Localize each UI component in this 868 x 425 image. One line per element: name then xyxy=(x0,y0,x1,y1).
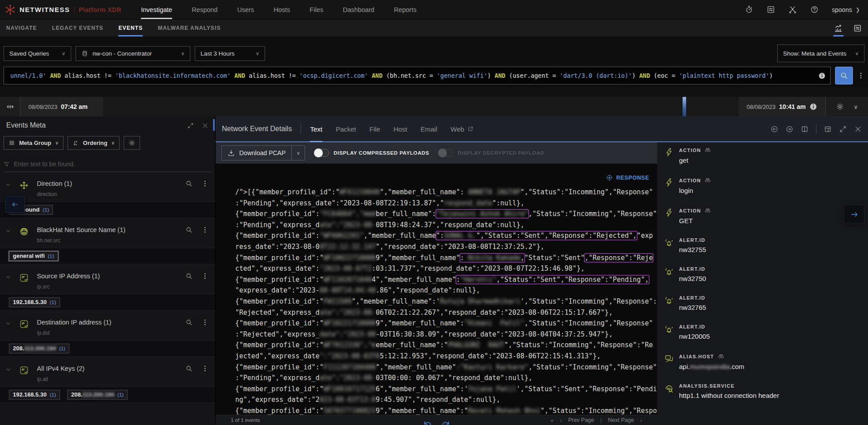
close-panel-icon[interactable] xyxy=(202,122,209,129)
meta-entry-value[interactable]: http1.1 without connection header xyxy=(679,392,779,399)
top-nav-item-hosts[interactable]: Hosts xyxy=(273,0,290,20)
subnav-item-malware-analysis[interactable]: MALWARE ANALYSIS xyxy=(158,20,221,36)
search-icon[interactable] xyxy=(185,319,193,326)
timeline-track[interactable] xyxy=(103,97,739,116)
download-pcap-button[interactable]: Download PCAP ∨ xyxy=(221,145,305,160)
meta-entry-alias-host-api[interactable]: ALIAS.HOSTapi.murexpoindia.com xyxy=(664,353,868,370)
close-detail-icon[interactable] xyxy=(854,125,862,133)
service-dropdown[interactable]: nw-con - Concentrator ∨ xyxy=(76,46,190,61)
layout-panel-icon[interactable] xyxy=(824,125,832,133)
split-panel-icon[interactable] xyxy=(801,125,808,133)
meta-entry-alert-id-nw32765[interactable]: ALERT.IDnw32765 xyxy=(664,295,868,311)
help-icon[interactable] xyxy=(810,5,819,14)
meta-entry-alert-id-nw120005[interactable]: ALERT.IDnw120005 xyxy=(664,324,868,340)
timeline-start[interactable]: 08/08/2023 07:42 am xyxy=(20,97,103,116)
top-nav-item-dashboard[interactable]: Dashboard xyxy=(343,0,374,20)
saved-queries-dropdown[interactable]: Saved Queries ∨ xyxy=(4,46,71,61)
kebab-menu-icon[interactable] xyxy=(201,226,209,233)
undo-icon[interactable] xyxy=(422,420,433,425)
gear-icon[interactable] xyxy=(836,103,844,111)
expand-panel-icon[interactable] xyxy=(187,122,194,129)
detail-tab-email[interactable]: Email xyxy=(421,116,438,141)
query-input[interactable]: unnel/1.0' AND alias.host != 'blackhaton… xyxy=(4,67,831,84)
top-nav-item-files[interactable]: Files xyxy=(309,0,323,20)
kebab-menu-icon[interactable] xyxy=(201,273,209,280)
meta-panel-scrollbar[interactable] xyxy=(213,119,215,131)
open-panel-arrow-button[interactable] xyxy=(844,204,864,224)
search-icon[interactable] xyxy=(185,180,193,187)
compressed-payloads-toggle[interactable]: DISPLAY COMPRESSED PAYLOADS xyxy=(314,149,429,157)
timeline-drag-handle[interactable] xyxy=(0,97,20,116)
meta-entry-action-get[interactable]: ACTIONget xyxy=(664,147,868,164)
meta-section-header[interactable]: IPDestination IP address (1)ip.dst xyxy=(0,315,215,336)
meta-entry-value[interactable]: nw32755 xyxy=(679,246,706,253)
ordering-dropdown[interactable]: az Ordering ∨ xyxy=(68,136,120,150)
time-range-dropdown[interactable]: Last 3 Hours ∨ xyxy=(195,46,265,61)
meta-entry-value[interactable]: get xyxy=(679,156,711,164)
timer-icon[interactable] xyxy=(745,5,753,14)
meta-entry-alert-id-nw32755[interactable]: ALERT.IDnw32755 xyxy=(664,237,868,253)
events-chart-icon[interactable] xyxy=(834,20,843,36)
meta-entry-value[interactable]: api.murexpoindia.com xyxy=(679,363,744,370)
kebab-menu-icon[interactable] xyxy=(201,365,209,372)
download-options-chevron[interactable]: ∨ xyxy=(291,146,305,160)
search-icon[interactable] xyxy=(185,365,193,372)
meta-filter-input[interactable] xyxy=(14,160,211,168)
top-nav-item-reports[interactable]: Reports xyxy=(394,0,417,20)
redo-icon[interactable] xyxy=(441,420,451,425)
meta-value-chip[interactable]: 208.113.200.194(1) xyxy=(9,344,69,353)
first-page-icon[interactable]: « xyxy=(551,417,554,424)
search-icon[interactable] xyxy=(185,273,193,280)
kebab-menu-icon[interactable] xyxy=(201,319,209,326)
meta-entry-value[interactable]: nw120005 xyxy=(679,333,710,340)
meta-entry-action-login[interactable]: ACTIONlogin xyxy=(664,177,868,194)
meta-entry-value[interactable]: nw32765 xyxy=(679,304,706,311)
next-page-button[interactable]: Next Page xyxy=(608,417,634,423)
timeline-info-icon[interactable] xyxy=(809,103,817,111)
detail-tab-web[interactable]: Web xyxy=(450,116,474,141)
subnav-item-navigate[interactable]: NAVIGATE xyxy=(6,20,37,36)
search-icon[interactable] xyxy=(185,226,193,233)
query-menu-icon[interactable] xyxy=(857,71,864,80)
top-nav-item-users[interactable]: Users xyxy=(237,0,254,20)
meta-entry-value[interactable]: GET xyxy=(679,217,711,225)
subnav-item-events[interactable]: EVENTS xyxy=(118,20,143,36)
meta-value-chip[interactable]: 192.168.5.30(1) xyxy=(9,297,60,307)
search-button[interactable] xyxy=(835,67,853,84)
detail-tab-file[interactable]: File xyxy=(370,116,380,141)
meta-group-dropdown[interactable]: Meta Group ∨ xyxy=(4,136,64,150)
kebab-menu-icon[interactable] xyxy=(201,180,209,187)
maximize-icon[interactable] xyxy=(839,125,847,133)
meta-section-header[interactable]: Direction (1)direction xyxy=(0,176,215,197)
meta-section-header[interactable]: IPAll IPv4 Keys (2)ip.all xyxy=(0,361,215,382)
prev-page-button[interactable]: Prev Page xyxy=(568,417,594,423)
detail-tab-host[interactable]: Host xyxy=(394,116,407,141)
preferences-icon[interactable] xyxy=(767,5,775,14)
meta-value-chip[interactable]: 192.168.5.30(1) xyxy=(9,390,60,400)
prev-page-icon[interactable]: ‹ xyxy=(560,417,562,424)
meta-entry-action-get[interactable]: ACTIONGET xyxy=(664,207,868,225)
next-event-icon[interactable] xyxy=(786,125,793,133)
detail-tab-text[interactable]: Text xyxy=(310,116,322,141)
timeline-end[interactable]: 08/08/2023 10:41 am xyxy=(739,97,825,116)
previous-event-icon[interactable] xyxy=(771,125,778,133)
meta-entry-value[interactable]: nw32750 xyxy=(679,275,706,282)
meta-value-chip[interactable]: general wifi(1) xyxy=(9,251,58,261)
meta-section-header[interactable]: BlackHat Net Source Name (1)bh.net.src xyxy=(0,223,215,244)
drill-back-button[interactable] xyxy=(5,196,25,213)
top-nav-item-respond[interactable]: Respond xyxy=(192,0,217,20)
payload-content[interactable]: RESPONSE /">[{"member_profile_id":"WF612… xyxy=(216,164,657,415)
meta-section-header[interactable]: IPSource IP Address (1)ip.src xyxy=(0,269,215,290)
user-menu[interactable]: spoons ❯ xyxy=(832,6,860,13)
meta-value-chip[interactable]: 208.113.200.194(1) xyxy=(67,390,128,400)
query-info-icon[interactable] xyxy=(818,72,826,80)
meta-entry-value[interactable]: login xyxy=(679,187,711,194)
show-meta-events-dropdown[interactable]: Show: Meta and Events ∨ xyxy=(777,44,864,62)
top-nav-item-investigate[interactable]: Investigate xyxy=(141,0,172,20)
tools-icon[interactable] xyxy=(788,5,797,14)
meta-settings-button[interactable] xyxy=(124,136,140,150)
subnav-item-legacy-events[interactable]: LEGACY EVENTS xyxy=(52,20,103,36)
next-page-icon[interactable]: › xyxy=(640,417,642,424)
meta-entry-alert-id-nw32750[interactable]: ALERT.IDnw32750 xyxy=(664,266,868,282)
column-settings-icon[interactable] xyxy=(853,20,862,36)
